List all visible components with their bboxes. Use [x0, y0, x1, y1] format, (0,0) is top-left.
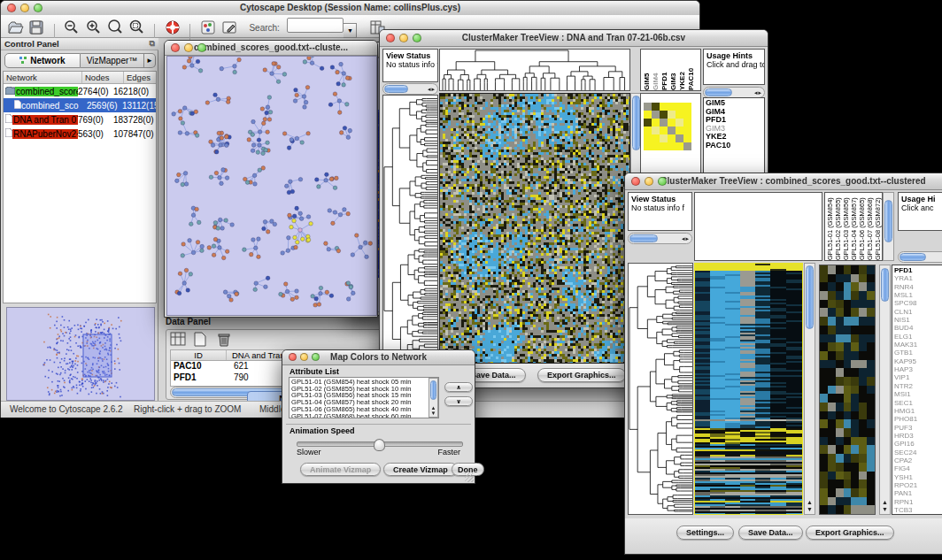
tv2-heatmap-panel[interactable] [694, 263, 803, 515]
tv2-gene-label[interactable]: MAK31 [894, 341, 942, 349]
tv2-gene-label[interactable]: HMG1 [894, 407, 942, 415]
new-attribute-icon[interactable] [193, 332, 211, 349]
tv2-zoom-panel[interactable] [819, 265, 876, 515]
tv2-gene-label[interactable]: VIP1 [894, 373, 942, 381]
zoom-window-icon[interactable] [658, 177, 667, 186]
tv1-gene-label[interactable]: PAC10 [706, 142, 762, 150]
network1-canvas-area[interactable] [166, 56, 377, 316]
dialog-titlebar[interactable]: Map Colors to Network [282, 350, 475, 365]
minimize-icon[interactable] [645, 177, 653, 186]
zoom-window-icon[interactable] [312, 353, 320, 361]
col-header-nodes[interactable]: Nodes [82, 72, 124, 83]
vizmapper-icon[interactable] [199, 19, 217, 36]
tv2-gene-label[interactable]: PUF3 [894, 424, 942, 432]
tv2-gene-list[interactable]: PFD1YRA1RNR4MSL1SPC98CLN1NIS1BUD4ELG1MAK… [892, 265, 942, 515]
animation-speed-slider[interactable] [297, 441, 463, 447]
attribute-select-icon[interactable] [170, 332, 188, 349]
move-down-button[interactable]: ∨ [444, 396, 473, 406]
network-row[interactable]: RNAPuberNov2+| 563(0) 107847(0) [4, 127, 156, 141]
tv2-gene-label[interactable]: PFD1 [894, 266, 942, 274]
tv1-view-status-scrollbar[interactable]: ◂▸ [382, 83, 438, 95]
tv2-export-graphics-button[interactable]: Export Graphics... [806, 525, 894, 540]
minimize-icon[interactable] [20, 4, 29, 12]
tv2-gene-label[interactable]: MSL1 [894, 291, 942, 299]
data-col-id[interactable]: ID [171, 350, 227, 360]
network1-titlebar[interactable]: combined_scores_good.txt--cluste... [165, 41, 377, 56]
search-input[interactable] [287, 18, 344, 33]
network-row[interactable]: combined_scores 2764(0) 16218(0) [4, 84, 156, 98]
zoom-in-icon[interactable] [85, 19, 103, 36]
close-icon[interactable] [289, 353, 297, 361]
tv1-row-tree-panel[interactable] [382, 95, 438, 364]
close-icon[interactable] [631, 177, 640, 186]
tv2-row-tree-panel[interactable] [628, 263, 693, 515]
tv2-gene-label[interactable]: BUD4 [894, 324, 942, 332]
birdseye-view[interactable] [6, 307, 155, 401]
network-row-selected[interactable]: combined_sco 2569(6) 13112(15) [4, 98, 156, 112]
tv2-heatmap-vscrollbar[interactable]: ▲▼ [804, 263, 815, 515]
tv2-gene-label[interactable]: GPI16 [894, 440, 942, 448]
window-controls[interactable] [7, 4, 42, 12]
minimize-icon[interactable] [184, 43, 193, 52]
help-icon[interactable] [164, 19, 181, 36]
zoom-window-icon[interactable] [413, 34, 421, 42]
tv2-settings-button[interactable]: Settings... [676, 525, 734, 540]
tv2-column-tree-panel[interactable] [694, 192, 822, 261]
attribute-listbox[interactable]: GPL51-01 (GSM854) heat shock 05 minGPL51… [289, 377, 439, 418]
scroll-arrows-icon[interactable]: ◂▸ [682, 235, 690, 242]
zoom-window-icon[interactable] [197, 43, 206, 52]
attribute-item[interactable]: GPL51-07 (GSM868) heat shock 60 min [291, 413, 436, 418]
tab-vizmapper[interactable]: VizMapper™ [81, 53, 144, 68]
tv2-gene-label[interactable]: CLN1 [894, 308, 942, 316]
tv2-genelist-vscrollbar[interactable]: ▲▼ [879, 265, 891, 515]
animate-vizmap-button[interactable]: Animate Vizmap [300, 463, 381, 476]
scroll-arrows-icon[interactable]: ◂▸ [428, 86, 436, 93]
tv2-gene-label[interactable]: RNR4 [894, 283, 942, 291]
zoom-window-icon[interactable] [34, 4, 42, 12]
tv2-gene-label[interactable]: MSI1 [894, 390, 942, 398]
tv2-gene-label[interactable]: RPO21 [894, 481, 942, 489]
close-icon[interactable] [171, 43, 180, 52]
tv2-gene-label[interactable]: NIS1 [894, 316, 942, 324]
tv1-column-tree-panel[interactable] [439, 49, 630, 91]
tv2-gene-label[interactable]: SEC24 [894, 449, 942, 456]
save-session-icon[interactable] [27, 19, 45, 36]
tv2-gene-label[interactable]: HRD3 [894, 432, 942, 440]
tab-network[interactable]: Network [4, 53, 81, 68]
tv1-heatmap-panel[interactable] [439, 93, 630, 364]
tv2-gene-label[interactable]: PAN1 [894, 489, 942, 497]
col-header-edges[interactable]: Edges [124, 72, 156, 83]
tv1-export-graphics-button[interactable]: Export Graphics... [537, 368, 626, 382]
close-icon[interactable] [7, 4, 16, 12]
tv2-gene-label[interactable]: TCB3 [894, 506, 942, 514]
zoom-out-icon[interactable] [63, 19, 81, 36]
tv2-gene-label[interactable]: YSH1 [894, 473, 942, 481]
move-up-button[interactable]: ∧ [444, 382, 473, 392]
create-vizmap-button[interactable]: Create Vizmap [383, 463, 458, 476]
zoom-fit-icon[interactable] [128, 19, 146, 36]
minimize-icon[interactable] [300, 353, 308, 361]
tv2-gene-label[interactable]: RPN1 [894, 498, 942, 506]
zoom-selected-icon[interactable] [106, 19, 124, 36]
tv2-gene-label[interactable]: ELG1 [894, 333, 942, 341]
tv2-gene-label[interactable]: PHO81 [894, 415, 942, 423]
search-dropdown-button[interactable]: ▼ [344, 23, 357, 38]
tv2-gene-label[interactable]: SEC1 [894, 399, 942, 407]
tab-overflow-button[interactable]: ► [144, 53, 156, 68]
tv2-view-status-scrollbar[interactable]: ◂▸ [628, 233, 692, 244]
tv2-gene-label[interactable]: YRA1 [894, 274, 942, 282]
resize-grip-icon[interactable] [465, 473, 474, 482]
tv2-right-vscrollbar[interactable] [883, 192, 894, 261]
scroll-arrows-icon[interactable]: ▲▼ [805, 499, 815, 513]
network-row[interactable]: DNA and Tran 07 769(0) 183728(0) [4, 112, 156, 127]
tv2-gene-label[interactable]: KAP95 [894, 357, 942, 365]
delete-attribute-icon[interactable] [217, 332, 235, 349]
minimize-icon[interactable] [399, 34, 408, 42]
main-titlebar[interactable]: Cytoscape Desktop (Session Name: collins… [1, 1, 699, 16]
open-session-icon[interactable] [6, 19, 24, 36]
scroll-arrows-icon[interactable]: ▲▼ [429, 405, 437, 416]
tv2-gene-label[interactable]: GTB1 [894, 349, 942, 357]
tv2-gene-label[interactable]: CPA2 [894, 456, 942, 464]
tv2-save-data-button[interactable]: Save Data... [738, 525, 803, 540]
tv2-gene-label[interactable]: HAP3 [894, 365, 942, 373]
